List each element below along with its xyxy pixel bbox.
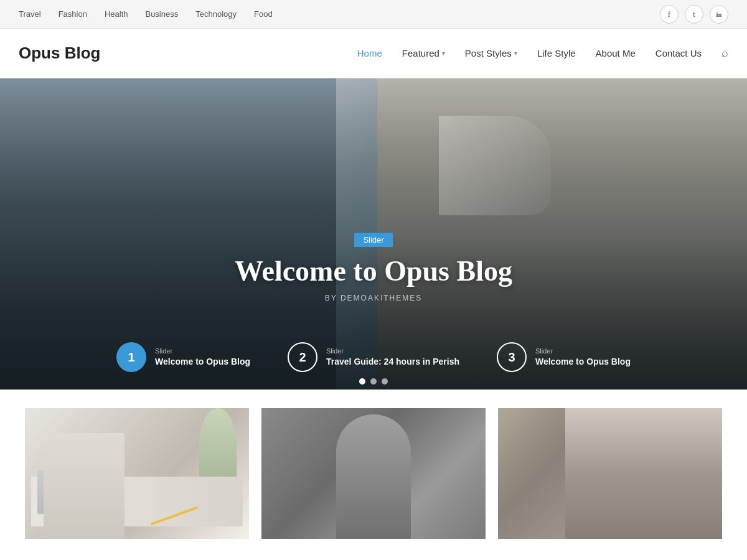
nav-about-me[interactable]: About Me xyxy=(596,48,636,58)
slide-3-category: Slider xyxy=(535,347,631,355)
top-nav-business[interactable]: Business xyxy=(145,9,178,19)
top-bar: Travel Fashion Health Business Technolog… xyxy=(0,0,747,29)
site-header: Opus Blog Home Featured ▾ Post Styles ▾ … xyxy=(0,29,747,78)
hero-title: Welcome to Opus Blog xyxy=(0,254,747,287)
slide-num-2: 2 xyxy=(288,342,317,372)
slide-num-3: 3 xyxy=(497,342,527,372)
slide-num-1: 1 xyxy=(116,342,146,372)
main-navigation: Home Featured ▾ Post Styles ▾ Life Style… xyxy=(357,47,728,60)
top-nav-health[interactable]: Health xyxy=(105,9,128,19)
nav-featured[interactable]: Featured ▾ xyxy=(402,48,445,58)
post-image-3 xyxy=(498,408,722,539)
site-logo[interactable]: Opus Blog xyxy=(19,44,100,63)
top-nav-fashion[interactable]: Fashion xyxy=(59,9,87,19)
post-card-2[interactable] xyxy=(261,408,486,539)
hero-tag: Slider xyxy=(354,233,392,247)
hero-author: BY DEMOAKITHEMES xyxy=(0,294,747,302)
featured-dropdown-arrow: ▾ xyxy=(442,50,445,57)
linkedin-link[interactable]: in xyxy=(710,5,728,24)
post-styles-dropdown-arrow: ▾ xyxy=(514,50,517,57)
nav-home[interactable]: Home xyxy=(357,48,382,58)
post-card-3[interactable] xyxy=(498,408,722,539)
top-nav-food[interactable]: Food xyxy=(254,9,273,19)
hero-slider: Slider Welcome to Opus Blog BY DEMOAKITH… xyxy=(0,78,747,390)
nav-post-styles[interactable]: Post Styles ▾ xyxy=(465,48,517,58)
top-nav-technology[interactable]: Technology xyxy=(195,9,237,19)
slide-2-category: Slider xyxy=(326,347,459,355)
top-nav-travel[interactable]: Travel xyxy=(19,9,41,19)
hero-content: Slider Welcome to Opus Blog BY DEMOAKITH… xyxy=(0,233,747,302)
dot-2[interactable] xyxy=(370,378,377,385)
slide-thumb-3[interactable]: 3 Slider Welcome to Opus Blog xyxy=(497,342,631,372)
post-card-1[interactable] xyxy=(25,408,249,539)
slider-dots xyxy=(0,378,747,385)
slide-2-title: Travel Guide: 24 hours in Perish xyxy=(326,357,459,366)
nav-life-style[interactable]: Life Style xyxy=(537,48,576,58)
slide-thumb-1[interactable]: 1 Slider Welcome to Opus Blog xyxy=(116,342,250,372)
slider-thumbnails: 1 Slider Welcome to Opus Blog 2 Slider T… xyxy=(0,342,747,372)
dot-3[interactable] xyxy=(382,378,388,385)
slide-1-category: Slider xyxy=(155,347,250,355)
posts-grid xyxy=(0,390,747,539)
slide-3-title: Welcome to Opus Blog xyxy=(535,357,631,366)
slide-1-title: Welcome to Opus Blog xyxy=(155,357,250,366)
nav-contact-us[interactable]: Contact Us xyxy=(655,48,702,58)
twitter-link[interactable]: t xyxy=(685,5,703,24)
social-links: f t in xyxy=(660,5,728,24)
facebook-link[interactable]: f xyxy=(660,5,679,24)
slide-thumb-2[interactable]: 2 Slider Travel Guide: 24 hours in Peris… xyxy=(288,342,459,372)
search-button[interactable]: ⌕ xyxy=(721,47,728,60)
dot-1[interactable] xyxy=(359,378,365,385)
post-image-1 xyxy=(25,408,249,539)
post-image-2 xyxy=(261,408,486,539)
top-navigation: Travel Fashion Health Business Technolog… xyxy=(19,9,273,19)
